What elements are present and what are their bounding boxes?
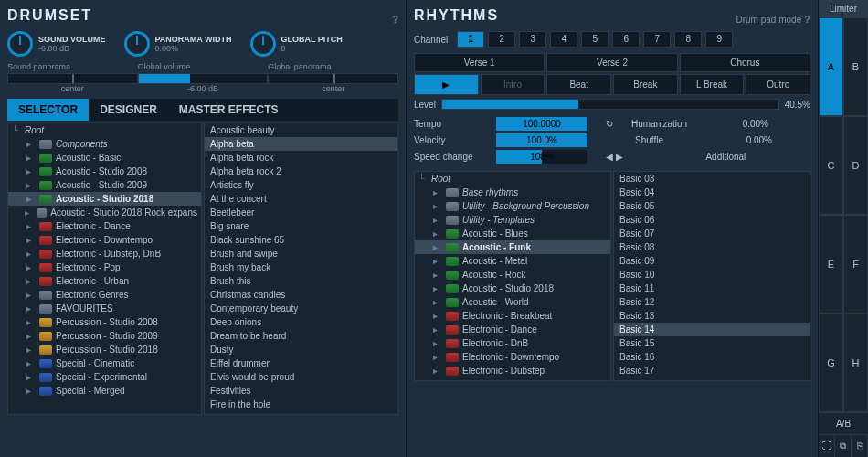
help-icon[interactable]: ? xyxy=(804,14,810,25)
preset-item[interactable]: Contemporary beauty xyxy=(205,302,397,315)
tree-item[interactable]: ▸ Electronic Genres xyxy=(8,288,201,302)
play-button[interactable]: ▶ xyxy=(414,74,479,95)
global-volume-slider[interactable] xyxy=(138,73,269,84)
tree-item[interactable]: ▸ Electronic - Downtempo xyxy=(415,350,610,364)
additional-button[interactable]: Additional xyxy=(641,152,810,162)
preset-item[interactable]: Eiffel drummer xyxy=(205,356,397,370)
preset-item[interactable]: Elvis would be proud xyxy=(205,370,397,384)
tree-item[interactable]: ▸ Electronic - Urban xyxy=(8,274,201,288)
tempo-extra-icon[interactable]: ↻ xyxy=(606,119,613,129)
channel-button[interactable]: 8 xyxy=(674,31,702,48)
channel-button[interactable]: 7 xyxy=(643,31,671,48)
drumset-tree[interactable]: └ Root ▸ Components▸ Acoustic - Basic▸ A… xyxy=(7,122,202,415)
ab-compare-button[interactable]: A/B xyxy=(819,412,868,434)
preset-item[interactable]: Alpha beta rock xyxy=(205,151,397,165)
rhythm-item[interactable]: Basic 10 xyxy=(614,268,810,282)
tree-util[interactable]: ▸ Utility - Background Percussion xyxy=(415,199,610,213)
tree-item[interactable]: ▸ Electronic - Dubstep xyxy=(415,364,610,377)
tree-item[interactable]: ▸ Acoustic - World xyxy=(415,295,610,309)
tree-item[interactable]: ▸ Acoustic - Basic xyxy=(8,151,201,165)
drum-pad[interactable]: B xyxy=(843,17,868,116)
rhythm-item[interactable]: Basic 17 xyxy=(614,364,810,377)
tree-item[interactable]: ▸ Acoustic - Studio 2018 xyxy=(8,192,201,206)
tree-item[interactable]: ▸ Electronic - Dance xyxy=(415,323,610,336)
tree-item[interactable]: ▸ Special - Experimental xyxy=(8,370,201,384)
preset-item[interactable]: Funk me hard xyxy=(205,411,397,415)
rhythm-item[interactable]: Basic 12 xyxy=(614,295,810,309)
preset-item[interactable]: Christmas candles xyxy=(205,288,397,302)
level-slider[interactable] xyxy=(441,99,779,110)
channel-button[interactable]: 9 xyxy=(705,31,733,48)
shuffle-value[interactable]: 0.00% xyxy=(717,135,772,145)
preset-item[interactable]: Acoustic beauty xyxy=(205,123,397,137)
drum-pad[interactable]: C xyxy=(819,116,843,215)
channel-button[interactable]: 1 xyxy=(457,31,484,48)
drum-pad[interactable]: E xyxy=(819,215,843,314)
pattern-intro[interactable]: Intro xyxy=(481,74,545,95)
drumset-preset-list[interactable]: Acoustic beautyAlpha betaAlpha beta rock… xyxy=(204,122,398,415)
tree-item[interactable]: ▸ Percussion - Studio 2018 xyxy=(8,343,201,356)
preset-item[interactable]: Festivities xyxy=(205,384,397,398)
preset-item[interactable]: Beetlebeer xyxy=(205,206,397,219)
pattern-lbreak[interactable]: L Break xyxy=(680,74,745,95)
tree-item[interactable]: ▸ Acoustic - Funk xyxy=(415,240,610,254)
tree-item[interactable]: ▸ Electronic - Downtempo xyxy=(8,233,201,247)
sound-panorama-slider[interactable] xyxy=(7,73,138,84)
rhythm-item[interactable]: Basic 14 xyxy=(614,323,810,336)
global-panorama-slider[interactable] xyxy=(268,73,398,84)
tree-item[interactable]: ▸ Percussion - Studio 2008 xyxy=(8,315,201,329)
preset-item[interactable]: Dusty xyxy=(205,343,397,356)
pattern-outro[interactable]: Outro xyxy=(746,74,810,95)
tree-item[interactable]: ▸ Electronic - HipHop xyxy=(415,377,610,381)
tree-item[interactable]: ▸ Special - Merged xyxy=(8,384,201,398)
tree-util[interactable]: ▸ Utility - Templates xyxy=(415,213,610,227)
drum-pad[interactable]: A xyxy=(819,17,843,116)
rhythm-item[interactable]: Basic 07 xyxy=(614,227,810,240)
drum-pad-mode-label[interactable]: Drum pad mode xyxy=(736,15,802,25)
rhythm-item[interactable]: Basic 18 xyxy=(614,377,810,381)
tree-item[interactable]: ▸ Acoustic - Studio 2018 xyxy=(415,282,610,295)
tree-item[interactable]: ▸ Acoustic - Studio 2008 xyxy=(8,165,201,178)
limiter-button[interactable]: Limiter xyxy=(819,0,868,17)
tree-item[interactable]: ▸ Electronic - Dance xyxy=(8,219,201,233)
preset-item[interactable]: Alpha beta rock 2 xyxy=(205,165,397,178)
drum-pad[interactable]: F xyxy=(843,215,868,314)
tree-item[interactable]: ▸ Electronic - Dubstep, DnB xyxy=(8,247,201,260)
rhythm-item[interactable]: Basic 06 xyxy=(614,213,810,227)
tree-item[interactable]: ▸ Electronic - DnB xyxy=(415,336,610,350)
rhythm-item[interactable]: Basic 05 xyxy=(614,199,810,213)
preset-item[interactable]: Big snare xyxy=(205,219,397,233)
pattern-break[interactable]: Break xyxy=(613,74,678,95)
preset-item[interactable]: Brush and swipe xyxy=(205,247,397,260)
tab-selector[interactable]: SELECTOR xyxy=(7,99,89,121)
rhythm-item[interactable]: Basic 16 xyxy=(614,350,810,364)
help-icon[interactable]: ? xyxy=(392,14,398,25)
tab-designer[interactable]: DESIGNER xyxy=(89,99,168,121)
tree-item[interactable]: ▸ Acoustic - Blues xyxy=(415,227,610,240)
rhythm-item[interactable]: Basic 15 xyxy=(614,336,810,350)
preset-item[interactable]: Fire in the hole xyxy=(205,398,397,411)
channel-button[interactable]: 5 xyxy=(581,31,609,48)
tree-root[interactable]: └ Root xyxy=(8,123,201,137)
fullscreen-icon[interactable]: ⛶ xyxy=(819,435,835,457)
speed-nav-icon[interactable]: ◀ ▶ xyxy=(606,152,623,162)
panorama-width-knob[interactable] xyxy=(124,31,150,57)
rhythm-item[interactable]: Basic 11 xyxy=(614,282,810,295)
paste-icon[interactable]: ⎘ xyxy=(852,435,868,457)
section-tab[interactable]: Chorus xyxy=(680,53,810,72)
tree-root[interactable]: └ Root xyxy=(415,172,610,186)
velocity-value[interactable]: 100.0% xyxy=(496,133,587,147)
speed-change-value[interactable]: 100% xyxy=(496,150,587,164)
tree-item[interactable]: ▸ Special - Cinematic xyxy=(8,356,201,370)
rhythm-item[interactable]: Basic 03 xyxy=(614,172,810,186)
tree-components[interactable]: ▸ Components xyxy=(8,137,201,151)
channel-button[interactable]: 4 xyxy=(550,31,577,48)
tree-item[interactable]: ▸ Acoustic - Studio 2018 Rock expans xyxy=(8,206,201,219)
channel-button[interactable]: 2 xyxy=(488,31,515,48)
tree-base[interactable]: ▸ Base rhythms xyxy=(415,186,610,199)
tree-item[interactable]: ▸ Percussion - Studio 2009 xyxy=(8,329,201,343)
drum-pad[interactable]: D xyxy=(843,116,868,215)
tree-item[interactable]: ▸ Electronic - Breakbeat xyxy=(415,309,610,323)
rhythm-item[interactable]: Basic 04 xyxy=(614,186,810,199)
section-tab[interactable]: Verse 2 xyxy=(546,53,677,72)
